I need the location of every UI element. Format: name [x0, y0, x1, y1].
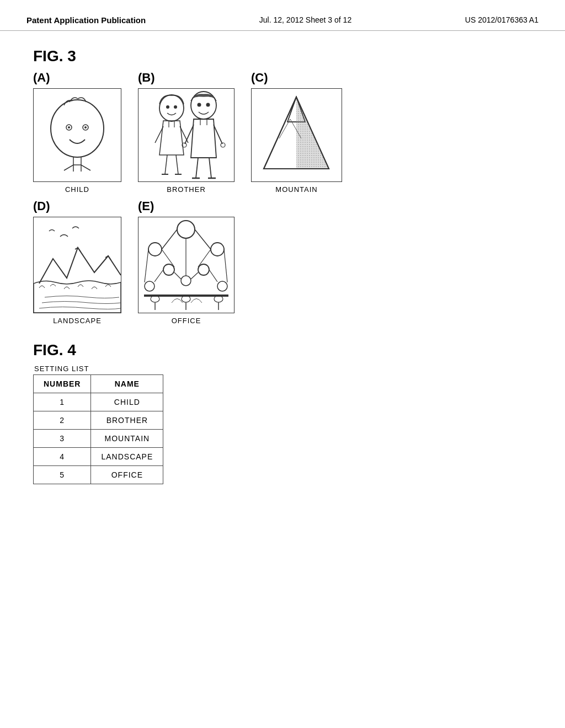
fig3-box-office: [138, 217, 234, 313]
svg-point-9: [174, 105, 177, 109]
svg-rect-35: [34, 217, 121, 313]
svg-point-40: [198, 264, 209, 275]
svg-line-45: [195, 229, 211, 249]
header-publication-label: Patent Application Publication: [26, 15, 146, 25]
fig3-row2: (D): [33, 199, 532, 325]
svg-point-0: [51, 100, 104, 157]
table-header-row: NUMBER NAME: [34, 375, 163, 393]
svg-point-17: [198, 103, 201, 107]
fig3-letter-c: (C): [251, 71, 268, 85]
fig4-label: FIG. 4: [33, 341, 532, 359]
mountain-illustration: [252, 89, 342, 181]
fig3-letter-e: (E): [138, 199, 154, 213]
svg-point-2: [68, 126, 70, 129]
svg-line-50: [191, 272, 198, 279]
svg-line-54: [224, 249, 227, 282]
table-row: 2BROTHER: [34, 411, 163, 430]
header-patent-number: US 2012/0176363 A1: [465, 15, 539, 24]
landscape-illustration: [34, 217, 121, 313]
table-cell-name: CHILD: [91, 393, 163, 411]
table-cell-name: MOUNTAIN: [91, 430, 163, 448]
fig3-row1: (A): [33, 71, 532, 194]
svg-line-51: [154, 270, 163, 282]
header-date-sheet: Jul. 12, 2012 Sheet 3 of 12: [259, 15, 351, 24]
table-cell-number: 5: [34, 466, 91, 484]
svg-point-7: [159, 95, 184, 121]
table-col-name: NAME: [91, 375, 163, 393]
svg-point-38: [211, 243, 224, 256]
table-cell-name: OFFICE: [91, 466, 163, 484]
page-header: Patent Application Publication Jul. 12, …: [0, 0, 565, 31]
fig3-box-landscape: [33, 217, 121, 313]
setting-list-title: SETTING LIST: [34, 365, 532, 373]
child-illustration: [34, 89, 121, 181]
fig3-item-mountain: (C): [251, 71, 342, 194]
table-row: 1CHILD: [34, 393, 163, 411]
fig3-letter-d: (D): [33, 199, 50, 213]
svg-point-24: [221, 143, 225, 147]
fig3-label: FIG. 3: [33, 47, 532, 65]
table-cell-name: BROTHER: [91, 411, 163, 430]
table-row: 5OFFICE: [34, 466, 163, 484]
fig3-box-child: [33, 88, 121, 182]
svg-line-44: [162, 229, 177, 249]
table-cell-number: 4: [34, 448, 91, 466]
svg-line-26: [209, 158, 211, 178]
fig3-box-brother: [138, 88, 234, 182]
svg-point-4: [84, 126, 87, 129]
fig3-item-child: (A): [33, 71, 121, 194]
svg-point-39: [163, 264, 174, 275]
table-row: 4LANDSCAPE: [34, 448, 163, 466]
svg-point-37: [148, 243, 162, 256]
brother-illustration: [138, 89, 234, 181]
svg-point-36: [177, 221, 195, 238]
svg-line-25: [196, 158, 198, 178]
svg-point-18: [206, 103, 210, 107]
fig3-item-landscape: (D): [33, 199, 121, 325]
table-row: 3MOUNTAIN: [34, 430, 163, 448]
svg-point-43: [217, 281, 227, 291]
fig3-caption-mountain: MOUNTAIN: [275, 185, 317, 194]
svg-point-41: [145, 281, 154, 291]
fig3-letter-a: (A): [33, 71, 50, 85]
fig3-caption-brother: BROTHER: [167, 185, 206, 194]
main-content: FIG. 3 (A): [0, 31, 565, 501]
fig3-caption-child: CHILD: [65, 185, 89, 194]
svg-line-15: [176, 155, 178, 174]
svg-line-52: [209, 270, 217, 282]
fig3-box-mountain: [251, 88, 342, 182]
svg-line-14: [165, 155, 167, 174]
fig3-letter-b: (B): [138, 71, 155, 85]
fig3-item-office: (E): [138, 199, 234, 325]
table-cell-number: 2: [34, 411, 91, 430]
svg-point-8: [166, 105, 169, 109]
svg-line-49: [174, 272, 181, 279]
table-cell-number: 1: [34, 393, 91, 411]
table-col-number: NUMBER: [34, 375, 91, 393]
svg-line-53: [145, 249, 148, 282]
fig3-item-brother: (B): [138, 71, 234, 194]
setting-table: NUMBER NAME 1CHILD2BROTHER3MOUNTAIN4LAND…: [33, 374, 163, 484]
svg-point-42: [181, 276, 191, 286]
table-cell-number: 3: [34, 430, 91, 448]
fig4-section: FIG. 4 SETTING LIST NUMBER NAME 1CHILD2B…: [33, 341, 532, 484]
fig3-caption-landscape: LANDSCAPE: [53, 317, 102, 325]
fig3-caption-office: OFFICE: [172, 317, 201, 325]
office-illustration: [138, 217, 234, 313]
table-cell-name: LANDSCAPE: [91, 448, 163, 466]
